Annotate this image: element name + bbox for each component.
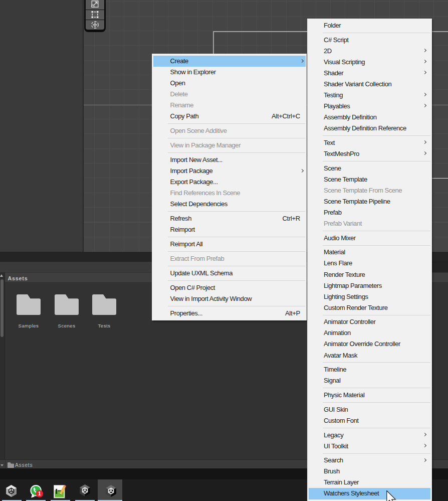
svg-text:1: 1: [38, 490, 41, 496]
